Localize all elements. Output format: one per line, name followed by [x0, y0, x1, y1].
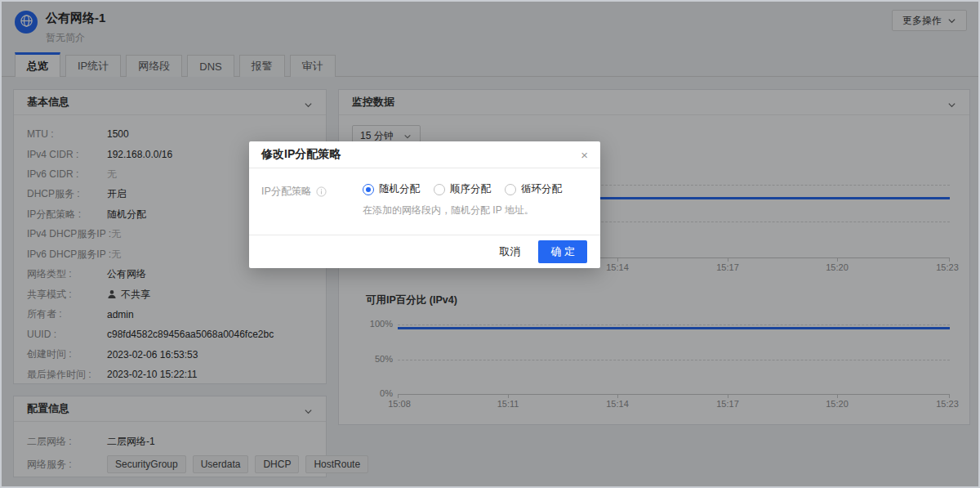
- radio-sequential-allocation[interactable]: 顺序分配: [434, 182, 491, 196]
- radio-round-robin-allocation[interactable]: 循环分配: [505, 182, 562, 196]
- app-window: 公有网络-1 暂无简介 更多操作 总览 IP统计 网络段 DNS 报警 审计 基…: [0, 0, 980, 488]
- radio-unselected-icon: [505, 184, 516, 195]
- dialog-body: IP分配策略 随机分配 顺序分配 循环分配 在添加的网: [249, 168, 600, 234]
- confirm-button[interactable]: 确 定: [538, 240, 587, 263]
- info-icon: [316, 186, 327, 197]
- radio-selected-icon: [363, 184, 374, 195]
- dialog-footer: 取消 确 定: [249, 235, 600, 268]
- ip-policy-field-label: IP分配策略: [261, 185, 327, 199]
- ip-policy-radio-group: 随机分配 顺序分配 循环分配: [363, 182, 562, 196]
- radio-random-allocation[interactable]: 随机分配: [363, 182, 420, 196]
- dialog-header: 修改IP分配策略 ×: [249, 141, 600, 168]
- ip-policy-helper-text: 在添加的网络段内，随机分配 IP 地址。: [363, 204, 534, 217]
- dialog-title: 修改IP分配策略: [261, 147, 341, 162]
- edit-ip-policy-dialog: 修改IP分配策略 × IP分配策略 随机分配 顺序分配: [249, 141, 600, 268]
- cancel-button[interactable]: 取消: [499, 244, 520, 259]
- radio-unselected-icon: [434, 184, 445, 195]
- close-icon[interactable]: ×: [581, 149, 588, 161]
